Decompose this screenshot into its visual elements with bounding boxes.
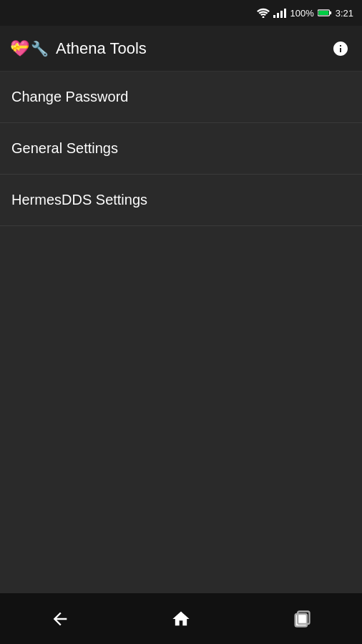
home-icon <box>171 609 191 629</box>
info-button[interactable] <box>329 37 352 60</box>
info-icon <box>332 40 349 57</box>
menu-item-general-settings[interactable]: General Settings <box>0 123 362 175</box>
back-button[interactable] <box>39 597 82 640</box>
menu-item-label: General Settings <box>11 140 118 157</box>
svg-rect-3 <box>318 11 328 15</box>
nav-bar <box>0 592 362 644</box>
heart-icon: 💝 <box>10 39 29 58</box>
wifi-icon <box>257 8 270 18</box>
menu-item-label: HermesDDS Settings <box>11 192 147 208</box>
wrench-icon: 🔧 <box>31 40 49 57</box>
menu-item-hermes-settings[interactable]: HermesDDS Settings <box>0 175 362 226</box>
app-icon: 💝 🔧 <box>10 39 49 58</box>
status-bar: 100% 3:21 <box>0 0 362 26</box>
recents-icon <box>292 609 312 629</box>
signal-bars <box>273 8 286 18</box>
app-title: Athena Tools <box>56 39 147 58</box>
recents-button[interactable] <box>280 597 323 640</box>
svg-rect-2 <box>329 11 331 14</box>
status-icons: 100% 3:21 <box>257 8 353 19</box>
status-time: 3:21 <box>336 8 353 19</box>
app-bar: 💝 🔧 Athena Tools <box>0 26 362 72</box>
menu-list: Change Password General Settings HermesD… <box>0 72 362 592</box>
svg-point-0 <box>263 16 265 19</box>
menu-item-label: Change Password <box>11 89 128 105</box>
battery-icon <box>318 9 332 17</box>
battery-percentage: 100% <box>290 8 313 19</box>
app-bar-left: 💝 🔧 Athena Tools <box>10 39 147 58</box>
back-arrow-icon <box>50 609 70 629</box>
menu-item-change-password[interactable]: Change Password <box>0 72 362 123</box>
home-button[interactable] <box>160 597 202 640</box>
